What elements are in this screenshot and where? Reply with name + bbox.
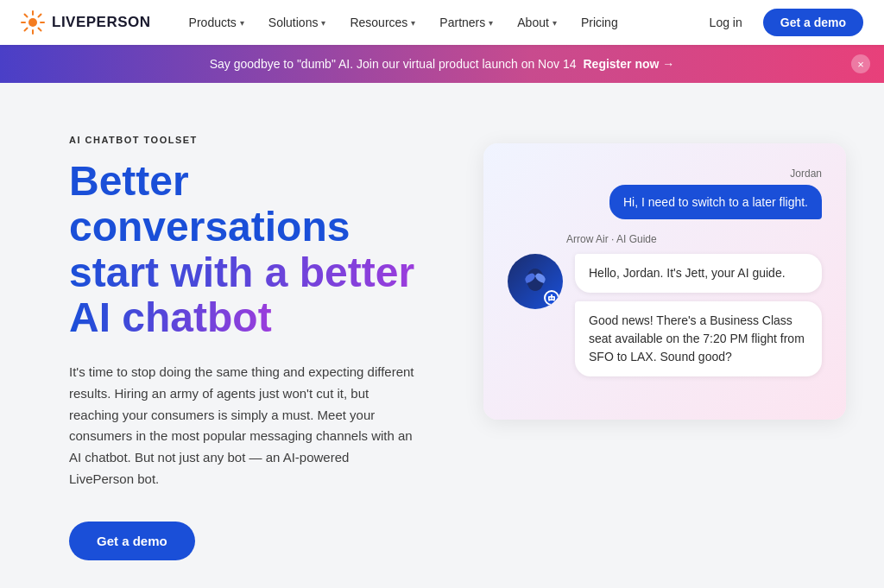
headline-line3: start with a better: [69, 250, 414, 295]
get-demo-button[interactable]: Get a demo: [763, 9, 863, 36]
chat-bubble-bot-greeting: Hello, Jordan. It's Jett, your AI guide.: [575, 254, 822, 293]
liveperson-logo-icon: [21, 10, 45, 35]
chat-bubbles-stack: Hello, Jordan. It's Jett, your AI guide.…: [575, 254, 822, 376]
hero-eyebrow: AI CHATBOT TOOLSET: [69, 135, 432, 145]
hero-demo-button[interactable]: Get a demo: [69, 522, 195, 560]
chevron-down-icon: ▾: [411, 18, 415, 28]
hero-content: AI CHATBOT TOOLSET Better conversations …: [69, 135, 432, 560]
svg-line-6: [39, 28, 41, 31]
headline-line4: AI chatbot: [69, 294, 272, 340]
chat-bot-avatar: [508, 254, 563, 309]
hero-headline: Better conversations start with a better…: [69, 159, 432, 341]
banner-text: Say goodbye to "dumb" AI. Join our virtu…: [210, 57, 577, 71]
svg-line-7: [39, 15, 41, 17]
chevron-down-icon: ▾: [489, 18, 493, 28]
chevron-down-icon: ▾: [321, 18, 325, 28]
navbar: LIVEPERSON Products ▾ Solutions ▾ Resour…: [0, 0, 884, 45]
nav-item-pricing[interactable]: Pricing: [571, 10, 628, 35]
svg-line-5: [25, 15, 28, 17]
announcement-banner: Say goodbye to "dumb" AI. Join our virtu…: [0, 45, 884, 83]
nav-label-solutions: Solutions: [268, 16, 319, 29]
chat-bot-section: Arrow Air · AI Guide: [508, 233, 822, 376]
svg-point-11: [550, 298, 552, 300]
svg-point-12: [552, 298, 554, 300]
svg-point-0: [28, 18, 37, 27]
bot-badge-icon: [544, 290, 559, 306]
banner-close-button[interactable]: ×: [851, 54, 870, 73]
nav-actions: Log in Get a demo: [699, 9, 863, 36]
svg-rect-13: [551, 294, 552, 296]
nav-label-resources: Resources: [350, 16, 407, 29]
login-button[interactable]: Log in: [699, 10, 753, 35]
nav-item-products[interactable]: Products ▾: [179, 10, 255, 35]
nav-label-partners: Partners: [439, 16, 485, 29]
hero-illustration: Jordan Hi, I need to switch to a later f…: [483, 135, 846, 420]
chat-widget: Jordan Hi, I need to switch to a later f…: [483, 143, 846, 420]
chat-bot-label: Arrow Air · AI Guide: [566, 233, 822, 245]
nav-item-solutions[interactable]: Solutions ▾: [258, 10, 337, 35]
nav-item-partners[interactable]: Partners ▾: [429, 10, 503, 35]
chat-bubble-user: Hi, I need to switch to a later flight.: [609, 185, 822, 219]
hero-section: AI CHATBOT TOOLSET Better conversations …: [0, 83, 884, 588]
chevron-down-icon: ▾: [552, 18, 557, 28]
chat-user-message: Jordan Hi, I need to switch to a later f…: [508, 168, 822, 219]
nav-label-products: Products: [189, 16, 237, 29]
nav-item-resources[interactable]: Resources ▾: [339, 10, 426, 35]
nav-links: Products ▾ Solutions ▾ Resources ▾ Partn…: [179, 10, 699, 35]
headline-line2: conversations: [69, 204, 350, 250]
logo[interactable]: LIVEPERSON: [21, 10, 151, 35]
banner-cta[interactable]: Register now →: [583, 57, 674, 71]
hero-body-text: It's time to stop doing the same thing a…: [69, 362, 414, 490]
nav-item-about[interactable]: About ▾: [507, 10, 567, 35]
headline-line1: Better: [69, 158, 189, 204]
nav-label-pricing: Pricing: [581, 16, 618, 29]
chat-bubble-bot-message: Good news! There's a Business Class seat…: [575, 301, 822, 376]
logo-text: LIVEPERSON: [52, 14, 151, 31]
robot-icon: [547, 294, 556, 302]
chat-bot-messages: Hello, Jordan. It's Jett, your AI guide.…: [508, 254, 822, 376]
chevron-down-icon: ▾: [240, 18, 244, 28]
svg-rect-10: [548, 296, 555, 300]
chat-user-name: Jordan: [790, 168, 822, 180]
nav-label-about: About: [517, 16, 549, 29]
svg-line-8: [25, 28, 28, 31]
